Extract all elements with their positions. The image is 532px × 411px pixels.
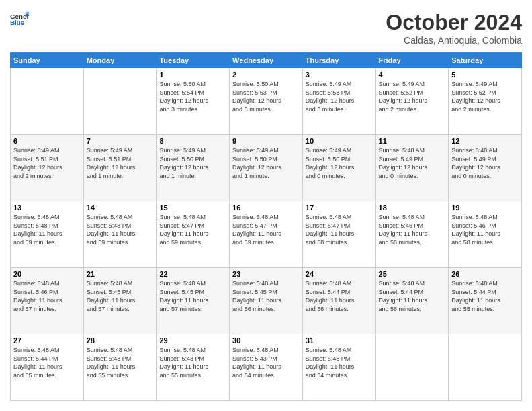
day-info: Sunrise: 5:48 AMSunset: 5:47 PMDaylight:… (232, 213, 300, 246)
day-info: Sunrise: 5:48 AMSunset: 5:45 PMDaylight:… (87, 279, 154, 313)
week-row-1: 6Sunrise: 5:49 AMSunset: 5:51 PMDaylight… (11, 135, 522, 201)
col-sunday: Sunday (11, 53, 84, 68)
cell-w4-d2: 29Sunrise: 5:48 AMSunset: 5:43 PMDayligh… (157, 334, 230, 401)
day-number: 28 (87, 336, 154, 345)
day-info: Sunrise: 5:48 AMSunset: 5:49 PMDaylight:… (379, 146, 446, 180)
cell-w4-d6 (449, 334, 522, 401)
day-info: Sunrise: 5:49 AMSunset: 5:51 PMDaylight:… (13, 146, 81, 180)
cell-w0-d2: 1Sunrise: 5:50 AMSunset: 5:54 PMDaylight… (157, 68, 230, 135)
week-row-2: 13Sunrise: 5:48 AMSunset: 5:48 PMDayligh… (11, 201, 522, 268)
day-info: Sunrise: 5:48 AMSunset: 5:49 PMDaylight:… (451, 146, 519, 180)
cell-w4-d4: 31Sunrise: 5:48 AMSunset: 5:43 PMDayligh… (302, 334, 375, 401)
cell-w1-d2: 8Sunrise: 5:49 AMSunset: 5:50 PMDaylight… (157, 135, 230, 201)
day-info: Sunrise: 5:50 AMSunset: 5:53 PMDaylight:… (232, 80, 300, 113)
day-number: 5 (451, 71, 519, 79)
calendar-table: Sunday Monday Tuesday Wednesday Thursday… (10, 52, 522, 401)
day-number: 22 (159, 270, 226, 278)
col-tuesday: Tuesday (157, 53, 230, 68)
day-info: Sunrise: 5:48 AMSunset: 5:47 PMDaylight:… (159, 213, 226, 246)
cell-w0-d4: 3Sunrise: 5:49 AMSunset: 5:53 PMDaylight… (302, 68, 375, 135)
day-number: 24 (306, 270, 373, 278)
cell-w0-d1 (83, 68, 157, 135)
cell-w3-d2: 22Sunrise: 5:48 AMSunset: 5:45 PMDayligh… (157, 268, 230, 334)
day-number: 14 (87, 203, 154, 212)
location: Caldas, Antioquia, Colombia (386, 35, 522, 46)
day-number: 18 (379, 203, 446, 212)
day-info: Sunrise: 5:48 AMSunset: 5:46 PMDaylight:… (379, 213, 446, 246)
day-info: Sunrise: 5:48 AMSunset: 5:45 PMDaylight:… (232, 279, 300, 313)
cell-w3-d1: 21Sunrise: 5:48 AMSunset: 5:45 PMDayligh… (83, 268, 157, 334)
cell-w2-d2: 15Sunrise: 5:48 AMSunset: 5:47 PMDayligh… (157, 201, 230, 268)
title-section: October 2024 Caldas, Antioquia, Colombia (386, 10, 522, 46)
calendar-body: 1Sunrise: 5:50 AMSunset: 5:54 PMDaylight… (11, 68, 522, 401)
day-number: 27 (13, 336, 81, 345)
day-number: 16 (232, 203, 300, 212)
day-info: Sunrise: 5:49 AMSunset: 5:50 PMDaylight:… (232, 146, 300, 180)
day-number: 17 (306, 203, 373, 212)
cell-w4-d0: 27Sunrise: 5:48 AMSunset: 5:44 PMDayligh… (11, 334, 84, 401)
day-number: 3 (306, 71, 373, 79)
cell-w2-d6: 19Sunrise: 5:48 AMSunset: 5:46 PMDayligh… (449, 201, 522, 268)
day-info: Sunrise: 5:49 AMSunset: 5:52 PMDaylight:… (379, 80, 446, 113)
cell-w2-d4: 17Sunrise: 5:48 AMSunset: 5:47 PMDayligh… (302, 201, 375, 268)
day-info: Sunrise: 5:49 AMSunset: 5:51 PMDaylight:… (87, 146, 154, 180)
day-info: Sunrise: 5:49 AMSunset: 5:50 PMDaylight:… (306, 146, 373, 180)
header: General Blue October 2024 Caldas, Antioq… (10, 10, 522, 46)
week-row-3: 20Sunrise: 5:48 AMSunset: 5:46 PMDayligh… (11, 268, 522, 334)
day-info: Sunrise: 5:50 AMSunset: 5:54 PMDaylight:… (159, 80, 226, 113)
cell-w2-d0: 13Sunrise: 5:48 AMSunset: 5:48 PMDayligh… (11, 201, 84, 268)
day-number: 11 (379, 137, 446, 145)
day-number: 31 (306, 336, 373, 345)
day-info: Sunrise: 5:48 AMSunset: 5:48 PMDaylight:… (87, 213, 154, 246)
day-number: 13 (13, 203, 81, 212)
cell-w3-d0: 20Sunrise: 5:48 AMSunset: 5:46 PMDayligh… (11, 268, 84, 334)
cell-w2-d3: 16Sunrise: 5:48 AMSunset: 5:47 PMDayligh… (230, 201, 303, 268)
col-monday: Monday (83, 53, 157, 68)
day-info: Sunrise: 5:48 AMSunset: 5:48 PMDaylight:… (13, 213, 81, 246)
svg-text:Blue: Blue (10, 19, 25, 26)
day-number: 30 (232, 336, 300, 345)
day-number: 21 (87, 270, 154, 278)
day-number: 26 (451, 270, 519, 278)
day-number: 10 (306, 137, 373, 145)
day-number: 2 (232, 71, 300, 79)
day-number: 7 (87, 137, 154, 145)
day-info: Sunrise: 5:48 AMSunset: 5:44 PMDaylight:… (379, 279, 446, 313)
day-info: Sunrise: 5:49 AMSunset: 5:50 PMDaylight:… (159, 146, 226, 180)
cell-w0-d5: 4Sunrise: 5:49 AMSunset: 5:52 PMDaylight… (375, 68, 449, 135)
day-number: 1 (159, 71, 226, 79)
day-number: 20 (13, 270, 81, 278)
day-info: Sunrise: 5:48 AMSunset: 5:43 PMDaylight:… (159, 346, 226, 379)
calendar-header-row: Sunday Monday Tuesday Wednesday Thursday… (11, 53, 522, 68)
day-info: Sunrise: 5:48 AMSunset: 5:46 PMDaylight:… (13, 279, 81, 313)
day-info: Sunrise: 5:48 AMSunset: 5:43 PMDaylight:… (87, 346, 154, 379)
col-wednesday: Wednesday (230, 53, 303, 68)
day-info: Sunrise: 5:48 AMSunset: 5:43 PMDaylight:… (306, 346, 373, 379)
page: General Blue October 2024 Caldas, Antioq… (0, 0, 532, 411)
day-info: Sunrise: 5:49 AMSunset: 5:52 PMDaylight:… (451, 80, 519, 113)
day-number: 9 (232, 137, 300, 145)
cell-w1-d4: 10Sunrise: 5:49 AMSunset: 5:50 PMDayligh… (302, 135, 375, 201)
cell-w4-d1: 28Sunrise: 5:48 AMSunset: 5:43 PMDayligh… (83, 334, 157, 401)
cell-w1-d0: 6Sunrise: 5:49 AMSunset: 5:51 PMDaylight… (11, 135, 84, 201)
day-info: Sunrise: 5:48 AMSunset: 5:46 PMDaylight:… (451, 213, 519, 246)
day-number: 12 (451, 137, 519, 145)
cell-w2-d5: 18Sunrise: 5:48 AMSunset: 5:46 PMDayligh… (375, 201, 449, 268)
day-info: Sunrise: 5:48 AMSunset: 5:44 PMDaylight:… (306, 279, 373, 313)
col-thursday: Thursday (302, 53, 375, 68)
cell-w1-d3: 9Sunrise: 5:49 AMSunset: 5:50 PMDaylight… (230, 135, 303, 201)
day-info: Sunrise: 5:48 AMSunset: 5:43 PMDaylight:… (232, 346, 300, 379)
cell-w0-d0 (11, 68, 84, 135)
day-info: Sunrise: 5:48 AMSunset: 5:45 PMDaylight:… (159, 279, 226, 313)
day-number: 25 (379, 270, 446, 278)
week-row-0: 1Sunrise: 5:50 AMSunset: 5:54 PMDaylight… (11, 68, 522, 135)
col-friday: Friday (375, 53, 449, 68)
cell-w2-d1: 14Sunrise: 5:48 AMSunset: 5:48 PMDayligh… (83, 201, 157, 268)
day-info: Sunrise: 5:48 AMSunset: 5:44 PMDaylight:… (451, 279, 519, 313)
cell-w0-d3: 2Sunrise: 5:50 AMSunset: 5:53 PMDaylight… (230, 68, 303, 135)
day-info: Sunrise: 5:49 AMSunset: 5:53 PMDaylight:… (306, 80, 373, 113)
cell-w1-d1: 7Sunrise: 5:49 AMSunset: 5:51 PMDaylight… (83, 135, 157, 201)
cell-w0-d6: 5Sunrise: 5:49 AMSunset: 5:52 PMDaylight… (449, 68, 522, 135)
cell-w4-d3: 30Sunrise: 5:48 AMSunset: 5:43 PMDayligh… (230, 334, 303, 401)
cell-w4-d5 (375, 334, 449, 401)
